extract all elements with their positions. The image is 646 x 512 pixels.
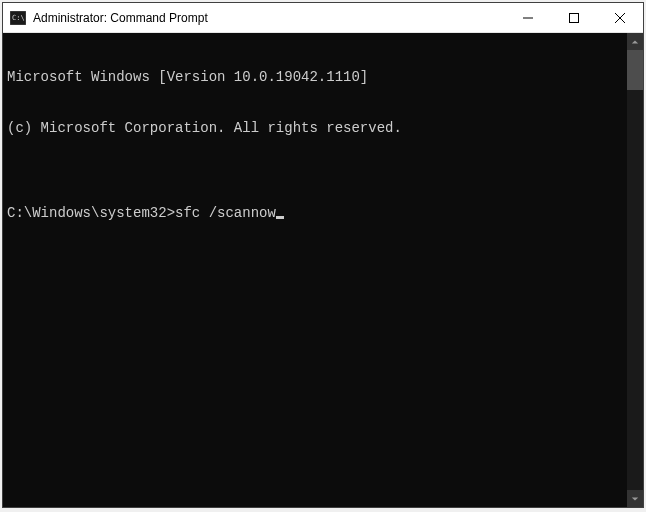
chevron-down-icon [631,495,639,503]
chevron-up-icon [631,38,639,46]
close-icon [615,13,625,23]
svg-rect-3 [570,13,579,22]
close-button[interactable] [597,3,643,32]
window-title: Administrator: Command Prompt [33,11,505,25]
svg-text:C:\: C:\ [12,14,25,22]
vertical-scrollbar[interactable] [627,33,643,507]
output-line: (c) Microsoft Corporation. All rights re… [7,120,623,137]
prompt-line: C:\Windows\system32>sfc /scannow [7,205,623,222]
titlebar[interactable]: C:\ Administrator: Command Prompt [3,3,643,33]
window-controls [505,3,643,32]
cursor [276,216,284,219]
scroll-thumb[interactable] [627,50,643,90]
minimize-button[interactable] [505,3,551,32]
scroll-down-button[interactable] [627,490,643,507]
cmd-icon: C:\ [9,9,27,27]
command-prompt-window: C:\ Administrator: Command Prompt [2,2,644,508]
terminal-output[interactable]: Microsoft Windows [Version 10.0.19042.11… [3,33,627,507]
prompt: C:\Windows\system32> [7,205,175,222]
terminal-container: Microsoft Windows [Version 10.0.19042.11… [3,33,643,507]
typed-command: sfc /scannow [175,205,276,222]
minimize-icon [523,13,533,23]
maximize-button[interactable] [551,3,597,32]
scroll-up-button[interactable] [627,33,643,50]
maximize-icon [569,13,579,23]
output-line: Microsoft Windows [Version 10.0.19042.11… [7,69,623,86]
